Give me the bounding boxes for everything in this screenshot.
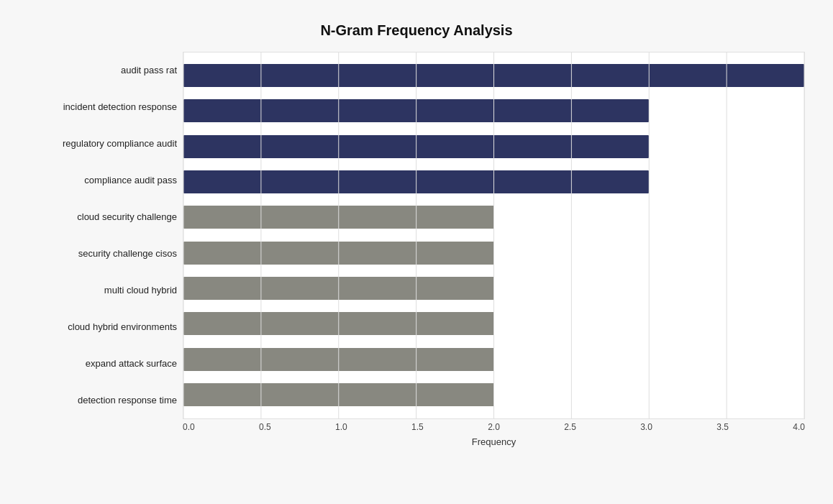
bar-row: [183, 239, 804, 267]
y-label: cloud hybrid environments: [28, 310, 177, 344]
bar: [183, 348, 494, 371]
bar-row: [183, 203, 804, 231]
x-axis: 0.00.51.01.52.02.53.03.54.0: [183, 422, 805, 432]
y-label: cloud security challenge: [28, 199, 177, 234]
bar-row: [183, 168, 804, 196]
bars-plot: [183, 52, 805, 419]
x-axis-label: Frequency: [183, 436, 805, 447]
bar: [183, 170, 649, 193]
bar: [183, 206, 494, 229]
bars-section: audit pass ratincident detection respons…: [28, 52, 805, 419]
x-tick: 2.0: [488, 422, 500, 432]
bar: [183, 277, 494, 300]
bar-row: [183, 381, 804, 408]
x-tick: 2.5: [564, 422, 576, 432]
chart-area: audit pass ratincident detection respons…: [28, 52, 805, 447]
x-tick: 3.0: [640, 422, 652, 432]
chart-container: N-Gram Frequency Analysis audit pass rat…: [6, 8, 827, 497]
y-label: regulatory compliance audit: [28, 126, 177, 160]
bar: [183, 312, 494, 335]
x-tick: 1.5: [411, 422, 424, 432]
y-label: compliance audit pass: [28, 162, 177, 197]
bar: [183, 99, 649, 122]
x-tick: 0.5: [259, 422, 271, 432]
x-tick: 1.0: [335, 422, 347, 432]
bar-row: [183, 346, 804, 373]
y-labels: audit pass ratincident detection respons…: [28, 52, 183, 419]
bar: [183, 383, 494, 406]
bar-row: [183, 310, 804, 337]
x-tick: 4.0: [793, 422, 805, 432]
x-tick: 0.0: [183, 422, 195, 432]
chart-title: N-Gram Frequency Analysis: [28, 22, 805, 39]
y-label: security challenge cisos: [28, 237, 177, 271]
bar: [183, 242, 494, 265]
x-tick: 3.5: [716, 422, 729, 432]
x-axis-spacer: [28, 422, 183, 432]
y-label: detection response time: [28, 383, 177, 418]
y-label: multi cloud hybrid: [28, 273, 177, 308]
bar: [183, 64, 804, 87]
bar-row: [183, 97, 804, 124]
bar: [183, 135, 649, 158]
y-label: expand attack surface: [28, 347, 177, 381]
y-label: incident detection response: [28, 89, 177, 124]
bar-row: [183, 133, 804, 160]
bar-row: [183, 62, 804, 89]
bar-row: [183, 275, 804, 302]
x-axis-section: 0.00.51.01.52.02.53.03.54.0: [28, 422, 805, 432]
y-label: audit pass rat: [28, 52, 177, 87]
